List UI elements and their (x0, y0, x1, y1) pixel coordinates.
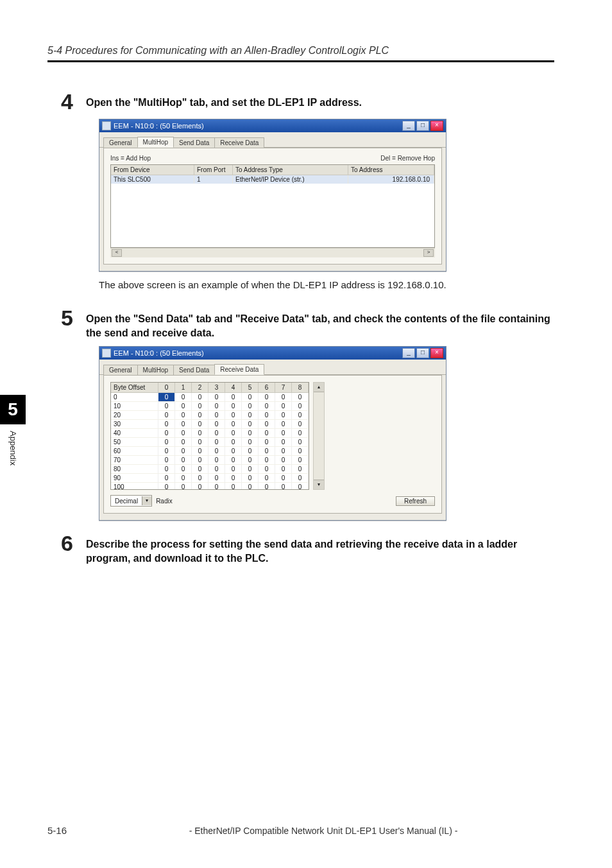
cell-byte-offset: 10 (111, 402, 158, 411)
cell-value: 0 (275, 411, 292, 420)
cell-value: 0 (208, 429, 225, 438)
cell-value: 0 (158, 456, 175, 465)
cell-byte-offset: 20 (111, 411, 158, 420)
step-number: 6 (47, 532, 73, 554)
cell-value: 0 (192, 438, 208, 447)
table-row[interactable]: 0000000000 (111, 393, 309, 402)
cell-value: 0 (175, 393, 192, 402)
table-row[interactable]: This SLC500 1 EtherNet/IP Device (str.) … (111, 175, 434, 184)
cell-value: 0 (208, 402, 225, 411)
table-row[interactable]: 100000000000 (111, 483, 309, 489)
cell-value: 0 (275, 456, 292, 465)
cell-value: 0 (292, 483, 309, 489)
cell-value: 0 (225, 456, 242, 465)
step-text: Open the "MultiHop" tab, and set the DL-… (86, 91, 554, 110)
app-icon (102, 349, 111, 358)
col-header: 5 (242, 383, 259, 393)
table-row[interactable]: 20000000000 (111, 411, 309, 420)
close-button[interactable]: × (430, 121, 443, 131)
cell-value: 0 (158, 438, 175, 447)
multihop-table[interactable]: From Device From Port To Address Type To… (110, 164, 435, 248)
horizontal-scrollbar[interactable]: < > (110, 248, 435, 257)
cell-value: 0 (175, 411, 192, 420)
chevron-down-icon[interactable]: ▾ (142, 496, 151, 505)
tab-receive-data[interactable]: Receive Data (214, 364, 264, 375)
close-button[interactable]: × (430, 348, 443, 358)
minimize-button[interactable]: _ (402, 121, 415, 131)
tab-multihop[interactable]: MultiHop (137, 365, 174, 375)
cell-value: 0 (192, 483, 208, 489)
cell-value: 0 (208, 447, 225, 456)
tab-strip: General MultiHop Send Data Receive Data (99, 360, 446, 375)
cell-value: 0 (158, 483, 175, 489)
tab-send-data[interactable]: Send Data (173, 365, 215, 375)
scroll-right-button[interactable]: > (423, 249, 434, 257)
cell-value: 0 (208, 411, 225, 420)
step-4-caption: The above screen is an example of when t… (99, 278, 554, 291)
maximize-button[interactable]: □ (416, 348, 429, 358)
minimize-button[interactable]: _ (402, 348, 415, 358)
cell-value: 0 (175, 456, 192, 465)
table-row[interactable]: 30000000000 (111, 420, 309, 429)
table-row[interactable]: 70000000000 (111, 456, 309, 465)
app-icon (102, 121, 111, 130)
cell-value: 0 (225, 483, 242, 489)
table-row[interactable]: 40000000000 (111, 429, 309, 438)
cell-value: 0 (208, 393, 225, 402)
tab-general[interactable]: General (103, 137, 138, 148)
table-row[interactable]: 50000000000 (111, 438, 309, 447)
cell-value: 0 (275, 393, 292, 402)
cell-value: 0 (292, 456, 309, 465)
cell-value: 0 (292, 474, 309, 483)
cell-byte-offset: 100 (111, 483, 158, 489)
col-header: 3 (208, 383, 225, 393)
radix-select[interactable]: Decimal ▾ (110, 495, 152, 507)
cell-value: 0 (275, 483, 292, 489)
radix-label: Radix (156, 498, 173, 505)
refresh-button[interactable]: Refresh (396, 496, 435, 506)
tab-multihop[interactable]: MultiHop (137, 137, 174, 148)
cell-value: 0 (158, 402, 175, 411)
cell-value: 0 (192, 411, 208, 420)
cell-byte-offset: 90 (111, 474, 158, 483)
col-header: 2 (192, 383, 208, 393)
vertical-scrollbar[interactable]: ▴ ▾ (313, 382, 325, 490)
window-titlebar[interactable]: EEM - N10:0 : (50 Elements) _ □ × (99, 347, 446, 360)
col-from-port: From Port (194, 165, 233, 175)
cell-value: 0 (192, 447, 208, 456)
cell-value: 0 (275, 447, 292, 456)
cell-value: 0 (259, 465, 275, 474)
scroll-left-button[interactable]: < (112, 249, 122, 257)
cell-value: 0 (242, 483, 259, 489)
cell-value: 0 (225, 465, 242, 474)
header-rule (47, 60, 554, 62)
receive-data-table[interactable]: Byte Offset 012345678 000000000010000000… (110, 382, 309, 490)
cell-byte-offset: 50 (111, 438, 158, 447)
window-titlebar[interactable]: EEM - N10:0 : (50 Elements) _ □ × (99, 119, 446, 132)
maximize-button[interactable]: □ (416, 121, 429, 131)
table-row[interactable]: 10000000000 (111, 402, 309, 411)
cell-value: 0 (292, 411, 309, 420)
table-row[interactable]: 90000000000 (111, 474, 309, 483)
tab-strip: General MultiHop Send Data Receive Data (99, 132, 446, 148)
table-row[interactable]: 80000000000 (111, 465, 309, 474)
cell-value: 0 (275, 438, 292, 447)
table-row[interactable]: 60000000000 (111, 447, 309, 456)
cell-value: 0 (259, 447, 275, 456)
scroll-up-button[interactable]: ▴ (314, 383, 324, 392)
tab-send-data[interactable]: Send Data (173, 137, 215, 148)
multihop-window: EEM - N10:0 : (50 Elements) _ □ × Genera… (99, 119, 446, 272)
cell-value: 0 (225, 429, 242, 438)
col-header: 0 (158, 383, 175, 393)
tab-general[interactable]: General (103, 365, 138, 375)
cell-value: 0 (192, 474, 208, 483)
hint-add-hop: Ins = Add Hop (110, 155, 151, 162)
cell-value: 0 (158, 474, 175, 483)
cell-value: 0 (292, 420, 309, 429)
scroll-down-button[interactable]: ▾ (314, 480, 324, 489)
tab-receive-data[interactable]: Receive Data (214, 137, 264, 148)
cell-value: 0 (242, 429, 259, 438)
cell-value: 0 (275, 420, 292, 429)
cell-value: 0 (175, 474, 192, 483)
receive-data-window: EEM - N10:0 : (50 Elements) _ □ × Genera… (99, 346, 446, 521)
